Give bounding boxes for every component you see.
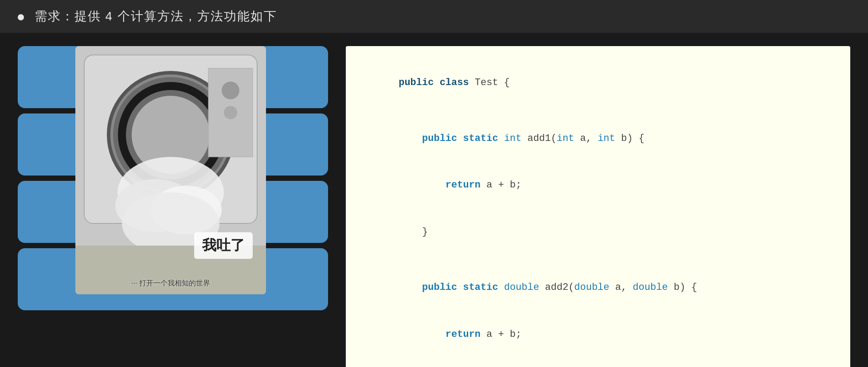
method1-name: add1( [528, 133, 557, 144]
svg-point-12 [222, 82, 239, 99]
type-double2b: double [633, 282, 668, 293]
param1a: a, [580, 133, 598, 144]
spacer-1 [364, 106, 833, 115]
code-method2-body: return a + b; [364, 311, 833, 358]
indent-1a [399, 133, 422, 144]
type-double2: double [504, 282, 539, 293]
indent-2b [399, 329, 446, 340]
indent-2a [399, 282, 422, 293]
kw-return1: return [446, 180, 481, 191]
svg-point-13 [224, 106, 237, 119]
top-bar: 需求：提供 4 个计算方法，方法功能如下 [0, 0, 868, 33]
keyword-public: public [399, 77, 434, 88]
kw-public2: public [422, 282, 457, 293]
param2b: b) { [668, 282, 697, 293]
method2-name: add2( [545, 282, 574, 293]
body2: a + b; [481, 329, 521, 340]
code-class-decl: public class Test { [364, 59, 833, 106]
param2a: a, [615, 282, 633, 293]
meme-caption: ··· 打开一个我相知的世界 [131, 279, 210, 288]
code-method2-close: } [364, 358, 833, 367]
keyword-class: class [440, 77, 469, 88]
meme-text: 我吐了 [194, 232, 253, 259]
main-content: 我吐了 ··· 打开一个我相知的世界 public class Test { p… [0, 33, 868, 367]
header-text: 需求：提供 4 个计算方法，方法功能如下 [18, 8, 277, 25]
indent-1b [399, 180, 446, 191]
kw-static1: static [463, 133, 498, 144]
type-int1a: int [557, 133, 575, 144]
meme-text-label: 我吐了 [202, 237, 245, 253]
code-method1-close: } [364, 209, 833, 256]
code-panel: public class Test { public static int ad… [346, 46, 850, 367]
code-method2-sig: public static double add2(double a, doub… [364, 264, 833, 311]
type-double2a: double [574, 282, 609, 293]
type-int1b: int [598, 133, 615, 144]
kw-public1: public [422, 133, 457, 144]
bullet-icon [18, 14, 24, 20]
meme-image: 我吐了 ··· 打开一个我相知的世界 [75, 46, 266, 294]
kw-static2: static [463, 282, 498, 293]
header-label: 需求：提供 4 个计算方法，方法功能如下 [35, 9, 277, 23]
param1b: b) { [615, 133, 645, 144]
meme-caption-label: ··· 打开一个我相知的世界 [131, 279, 210, 287]
spacer-2 [364, 255, 833, 264]
left-panel: 我吐了 ··· 打开一个我相知的世界 [18, 46, 328, 310]
body1: a + b; [481, 180, 521, 191]
close1: } [399, 226, 428, 238]
class-name: Test { [475, 77, 510, 88]
type-int1: int [504, 133, 522, 144]
meme-image-container: 我吐了 ··· 打开一个我相知的世界 [75, 46, 266, 294]
kw-return2: return [446, 329, 481, 340]
code-method1-sig: public static int add1(int a, int b) { [364, 115, 833, 162]
code-method1-body: return a + b; [364, 162, 833, 209]
